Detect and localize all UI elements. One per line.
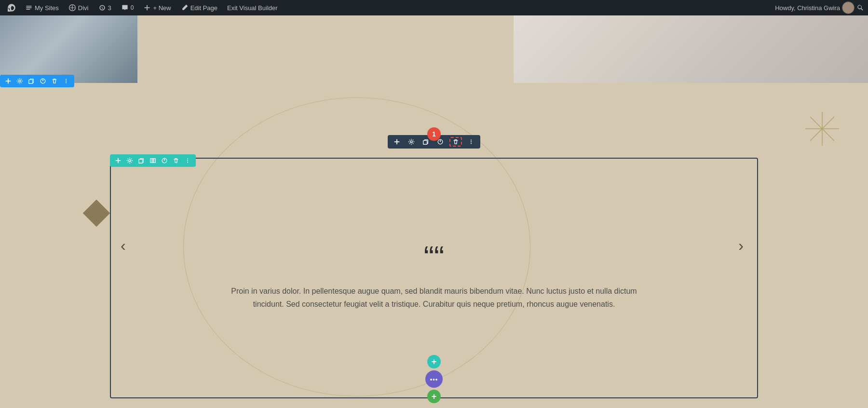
search-icon[interactable]	[856, 4, 864, 12]
avatar	[842, 1, 854, 14]
svg-point-26	[471, 143, 472, 144]
edit-page-label: Edit Page	[190, 4, 217, 12]
svg-point-21	[410, 141, 412, 143]
trash-icon-3	[452, 138, 459, 145]
svg-point-2	[19, 80, 21, 82]
deco-diamond	[83, 200, 110, 227]
module-more-button[interactable]	[466, 137, 476, 146]
power-icon	[40, 78, 46, 84]
more-icon	[63, 78, 69, 84]
testimonial-text: Proin in varius dolor. In pellentesque a…	[227, 285, 641, 311]
add-icon-2	[115, 157, 122, 164]
svg-point-20	[187, 162, 188, 163]
svg-rect-13	[139, 159, 143, 163]
more-options-button[interactable]: •••	[425, 370, 443, 388]
duplicate-icon-2	[138, 157, 145, 164]
section-add-button[interactable]	[114, 156, 122, 165]
svg-line-10	[810, 117, 834, 141]
next-slide-button[interactable]: ›	[733, 232, 748, 259]
page-content: 1 ““	[0, 15, 868, 408]
svg-rect-3	[29, 80, 33, 83]
section-settings-button[interactable]	[125, 156, 134, 165]
comments-button[interactable]: 0	[117, 0, 138, 15]
row-settings-button[interactable]	[15, 77, 24, 85]
prev-slide-button[interactable]: ‹	[116, 232, 131, 259]
module-count-badge: 1	[427, 127, 441, 141]
bottom-add-group: + ••• +	[425, 355, 443, 403]
exit-vb-label: Exit Visual Builder	[227, 4, 278, 12]
my-sites-button[interactable]: My Sites	[21, 0, 63, 15]
more-icon-3	[468, 138, 475, 145]
svg-rect-15	[152, 159, 154, 163]
section-duplicate-button[interactable]	[137, 156, 146, 165]
howdy-label: Howdy, Christina Gwira	[775, 4, 840, 12]
power-icon-2	[161, 157, 168, 164]
add-icon-3	[393, 138, 400, 145]
column-icon	[149, 157, 156, 164]
module-settings-button[interactable]	[406, 137, 417, 146]
svg-point-7	[66, 82, 67, 83]
comments-icon	[121, 4, 129, 12]
more-dots: •••	[430, 376, 438, 383]
section-more-button[interactable]	[183, 156, 192, 165]
section-disable-button[interactable]	[160, 156, 169, 165]
divi-button[interactable]: Divi	[65, 0, 93, 15]
row-add-button[interactable]	[4, 77, 13, 85]
svg-point-12	[129, 160, 131, 162]
trash-icon	[51, 78, 58, 84]
deco-star	[805, 112, 839, 150]
row-more-button[interactable]	[62, 77, 70, 85]
trash-icon-2	[173, 157, 179, 164]
svg-point-5	[66, 79, 67, 80]
section-column-button[interactable]	[149, 156, 157, 165]
svg-rect-14	[150, 159, 152, 163]
row-toolbar-blue	[0, 75, 74, 87]
svg-point-19	[187, 160, 188, 161]
svg-rect-16	[154, 159, 156, 163]
admin-bar: My Sites Divi 3 0 + New Edit Page Exit V…	[0, 0, 868, 15]
duplicate-icon	[28, 78, 35, 84]
svg-point-25	[471, 141, 472, 142]
row-toolbar-teal	[110, 154, 196, 167]
top-left-image	[0, 15, 137, 83]
settings-icon	[16, 78, 23, 84]
svg-rect-22	[423, 140, 427, 144]
module-delete-button[interactable]	[449, 137, 462, 147]
revisions-icon	[98, 4, 106, 12]
my-sites-icon	[25, 4, 33, 12]
more-icon-2	[184, 157, 191, 164]
add-top-button[interactable]: +	[427, 355, 441, 368]
divi-label: Divi	[78, 4, 89, 12]
wp-logo-icon	[8, 4, 15, 12]
top-right-image	[514, 15, 868, 83]
main-area: 1 ““	[0, 83, 868, 408]
top-section	[0, 15, 868, 83]
row-delete-button[interactable]	[50, 77, 59, 85]
svg-point-24	[471, 139, 472, 140]
section-delete-button[interactable]	[172, 156, 180, 165]
new-content-button[interactable]: + New	[139, 0, 175, 15]
edit-page-button[interactable]: Edit Page	[177, 0, 221, 15]
row-duplicate-button[interactable]	[27, 77, 36, 85]
row-disable-button[interactable]	[39, 77, 47, 85]
svg-point-18	[187, 158, 188, 159]
divi-icon	[68, 4, 76, 12]
edit-icon	[181, 4, 189, 12]
settings-icon-2	[126, 157, 133, 164]
duplicate-icon-3	[422, 138, 429, 145]
my-sites-label: My Sites	[35, 4, 59, 12]
new-label: + New	[153, 4, 171, 12]
svg-point-6	[66, 81, 67, 82]
revisions-button[interactable]: 3	[95, 0, 115, 15]
add-icon	[5, 78, 12, 84]
wp-logo-button[interactable]	[4, 0, 19, 15]
revisions-count: 3	[108, 4, 111, 12]
svg-line-11	[810, 117, 834, 141]
exit-vb-button[interactable]: Exit Visual Builder	[223, 0, 282, 15]
module-add-button[interactable]	[392, 137, 402, 146]
comments-count: 0	[131, 4, 134, 11]
admin-bar-right: Howdy, Christina Gwira	[775, 1, 864, 14]
quote-icon: ““	[424, 245, 445, 270]
add-bottom-button[interactable]: +	[427, 390, 441, 403]
new-icon	[143, 4, 151, 12]
